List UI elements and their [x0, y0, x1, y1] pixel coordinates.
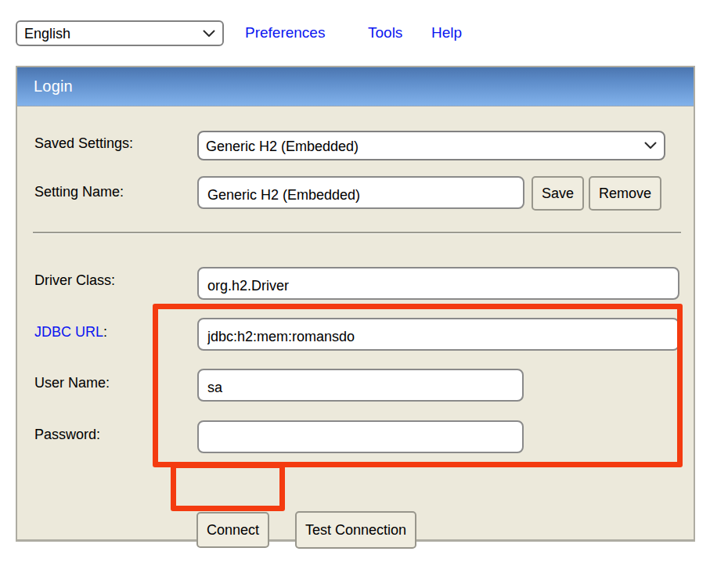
jdbc-url-label-text: JDBC URL	[34, 324, 103, 340]
section-divider	[33, 232, 681, 234]
language-select-wrap: English	[16, 20, 224, 46]
tools-link[interactable]: Tools	[368, 24, 402, 41]
setting-name-label: Setting Name:	[34, 184, 124, 200]
test-connection-button[interactable]: Test Connection	[295, 511, 416, 549]
password-label: Password:	[34, 427, 100, 443]
setting-name-input[interactable]	[197, 176, 524, 209]
h2-console-login-page: English Preferences Tools Help Login Sav…	[0, 0, 728, 573]
language-select[interactable]: English	[16, 20, 224, 46]
user-name-label: User Name:	[34, 375, 110, 391]
login-panel-body: Saved Settings: Generic H2 (Embedded) Se…	[17, 106, 694, 541]
saved-settings-select-wrap: Generic H2 (Embedded)	[197, 131, 665, 160]
login-panel: Login Saved Settings: Generic H2 (Embedd…	[16, 66, 695, 542]
jdbc-url-input[interactable]	[197, 318, 679, 351]
driver-class-label: Driver Class:	[34, 272, 115, 289]
remove-button[interactable]: Remove	[589, 176, 661, 211]
jdbc-url-label-colon: :	[103, 324, 107, 340]
saved-settings-select[interactable]: Generic H2 (Embedded)	[197, 131, 665, 160]
jdbc-url-label: JDBC URL:	[34, 324, 107, 341]
driver-class-input[interactable]	[197, 267, 679, 300]
password-input[interactable]	[197, 420, 524, 453]
preferences-link[interactable]: Preferences	[245, 24, 325, 41]
panel-title: Login	[34, 77, 73, 96]
help-link[interactable]: Help	[431, 24, 462, 41]
user-name-input[interactable]	[197, 369, 524, 402]
saved-settings-label: Saved Settings:	[34, 135, 133, 152]
connect-button[interactable]: Connect	[196, 512, 269, 548]
save-button[interactable]: Save	[532, 176, 584, 211]
login-panel-header: Login	[17, 67, 694, 106]
